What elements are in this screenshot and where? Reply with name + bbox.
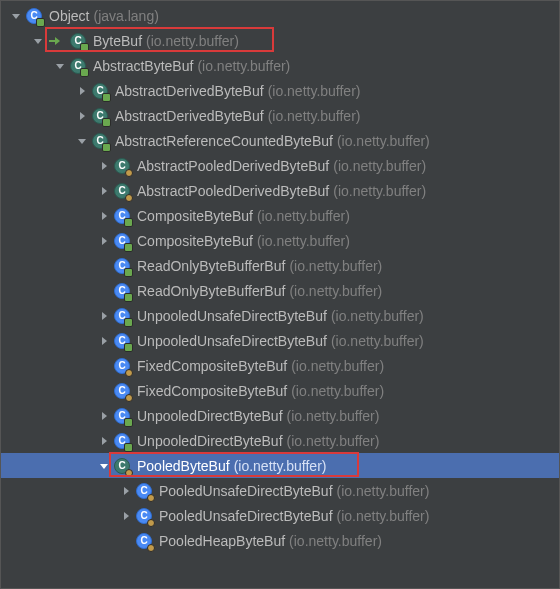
package-label: (io.netty.buffer) bbox=[289, 283, 382, 299]
class-icon: C bbox=[135, 507, 153, 525]
package-label: (io.netty.buffer) bbox=[291, 358, 384, 374]
class-name: PooledUnsafeDirectByteBuf bbox=[159, 508, 333, 524]
class-icon: C bbox=[135, 482, 153, 500]
class-hierarchy-tree[interactable]: CObject(java.lang)CByteBuf(io.netty.buff… bbox=[1, 1, 559, 553]
lock-badge-icon bbox=[80, 68, 89, 77]
package-private-badge-icon bbox=[125, 469, 133, 477]
lock-badge-icon bbox=[124, 443, 133, 452]
tree-row[interactable]: CCompositeByteBuf(io.netty.buffer) bbox=[1, 203, 559, 228]
lock-badge-icon bbox=[124, 218, 133, 227]
class-icon: C bbox=[113, 207, 131, 225]
abstract-class-icon: C bbox=[91, 82, 109, 100]
tree-row[interactable]: CByteBuf(io.netty.buffer) bbox=[1, 28, 559, 53]
lock-badge-icon bbox=[102, 93, 111, 102]
tree-row[interactable]: CReadOnlyByteBufferBuf(io.netty.buffer) bbox=[1, 253, 559, 278]
tree-row[interactable]: CPooledUnsafeDirectByteBuf(io.netty.buff… bbox=[1, 478, 559, 503]
class-name: PooledUnsafeDirectByteBuf bbox=[159, 483, 333, 499]
package-label: (io.netty.buffer) bbox=[337, 508, 430, 524]
package-label: (io.netty.buffer) bbox=[337, 133, 430, 149]
tree-row[interactable]: CFixedCompositeByteBuf(io.netty.buffer) bbox=[1, 378, 559, 403]
abstract-class-icon: C bbox=[91, 107, 109, 125]
package-label: (io.netty.buffer) bbox=[234, 458, 327, 474]
lock-badge-icon bbox=[124, 343, 133, 352]
tree-row[interactable]: CUnpooledDirectByteBuf(io.netty.buffer) bbox=[1, 428, 559, 453]
package-label: (io.netty.buffer) bbox=[289, 258, 382, 274]
tree-arrow-none bbox=[97, 359, 111, 373]
class-icon: C bbox=[113, 357, 131, 375]
class-icon: C bbox=[113, 232, 131, 250]
tree-arrow-right-icon[interactable] bbox=[97, 409, 111, 423]
package-label: (io.netty.buffer) bbox=[331, 333, 424, 349]
package-private-badge-icon bbox=[147, 519, 155, 527]
tree-row[interactable]: CPooledUnsafeDirectByteBuf(io.netty.buff… bbox=[1, 503, 559, 528]
tree-arrow-right-icon[interactable] bbox=[119, 484, 133, 498]
package-label: (io.netty.buffer) bbox=[337, 483, 430, 499]
tree-row[interactable]: CAbstractDerivedByteBuf(io.netty.buffer) bbox=[1, 103, 559, 128]
class-icon: C bbox=[25, 7, 43, 25]
abstract-class-icon: C bbox=[69, 57, 87, 75]
tree-arrow-right-icon[interactable] bbox=[75, 84, 89, 98]
package-private-badge-icon bbox=[147, 544, 155, 552]
tree-row[interactable]: CFixedCompositeByteBuf(io.netty.buffer) bbox=[1, 353, 559, 378]
tree-arrow-right-icon[interactable] bbox=[97, 159, 111, 173]
tree-arrow-down-icon[interactable] bbox=[97, 459, 111, 473]
tree-row[interactable]: CUnpooledDirectByteBuf(io.netty.buffer) bbox=[1, 403, 559, 428]
class-name: AbstractDerivedByteBuf bbox=[115, 83, 264, 99]
package-private-badge-icon bbox=[147, 494, 155, 502]
tree-arrow-down-icon[interactable] bbox=[53, 59, 67, 73]
lock-badge-icon bbox=[102, 143, 111, 152]
class-name: ReadOnlyByteBufferBuf bbox=[137, 258, 285, 274]
tree-row[interactable]: CCompositeByteBuf(io.netty.buffer) bbox=[1, 228, 559, 253]
tree-arrow-right-icon[interactable] bbox=[119, 509, 133, 523]
tree-row[interactable]: CAbstractPooledDerivedByteBuf(io.netty.b… bbox=[1, 153, 559, 178]
tree-arrow-right-icon[interactable] bbox=[97, 334, 111, 348]
tree-arrow-right-icon[interactable] bbox=[97, 309, 111, 323]
tree-arrow-right-icon[interactable] bbox=[97, 209, 111, 223]
lock-badge-icon bbox=[102, 118, 111, 127]
tree-arrow-right-icon[interactable] bbox=[97, 184, 111, 198]
tree-row[interactable]: CReadOnlyByteBufferBuf(io.netty.buffer) bbox=[1, 278, 559, 303]
class-name: UnpooledDirectByteBuf bbox=[137, 408, 283, 424]
tree-row[interactable]: CPooledHeapByteBuf(io.netty.buffer) bbox=[1, 528, 559, 553]
tree-row[interactable]: CAbstractReferenceCountedByteBuf(io.nett… bbox=[1, 128, 559, 153]
tree-row[interactable]: CAbstractPooledDerivedByteBuf(io.netty.b… bbox=[1, 178, 559, 203]
class-name: UnpooledUnsafeDirectByteBuf bbox=[137, 308, 327, 324]
class-name: FixedCompositeByteBuf bbox=[137, 358, 287, 374]
tree-arrow-down-icon[interactable] bbox=[75, 134, 89, 148]
class-icon: C bbox=[113, 307, 131, 325]
tree-arrow-right-icon[interactable] bbox=[97, 234, 111, 248]
lock-badge-icon bbox=[124, 293, 133, 302]
tree-row[interactable]: CUnpooledUnsafeDirectByteBuf(io.netty.bu… bbox=[1, 303, 559, 328]
tree-row[interactable]: CAbstractDerivedByteBuf(io.netty.buffer) bbox=[1, 78, 559, 103]
class-name: AbstractReferenceCountedByteBuf bbox=[115, 133, 333, 149]
class-name: ByteBuf bbox=[93, 33, 142, 49]
class-name: CompositeByteBuf bbox=[137, 233, 253, 249]
class-icon: C bbox=[113, 432, 131, 450]
lock-badge-icon bbox=[124, 418, 133, 427]
package-label: (io.netty.buffer) bbox=[257, 208, 350, 224]
tree-row[interactable]: CObject(java.lang) bbox=[1, 3, 559, 28]
package-label: (io.netty.buffer) bbox=[289, 533, 382, 549]
tree-arrow-down-icon[interactable] bbox=[31, 34, 45, 48]
package-label: (io.netty.buffer) bbox=[287, 433, 380, 449]
class-name: AbstractDerivedByteBuf bbox=[115, 108, 264, 124]
package-private-badge-icon bbox=[125, 194, 133, 202]
navigate-arrow-icon bbox=[47, 33, 63, 49]
tree-arrow-right-icon[interactable] bbox=[75, 109, 89, 123]
tree-arrow-down-icon[interactable] bbox=[9, 9, 23, 23]
tree-row[interactable]: CPooledByteBuf(io.netty.buffer) bbox=[1, 453, 559, 478]
class-name: AbstractPooledDerivedByteBuf bbox=[137, 158, 329, 174]
abstract-class-icon: C bbox=[113, 182, 131, 200]
abstract-class-icon: C bbox=[113, 457, 131, 475]
tree-arrow-none bbox=[97, 284, 111, 298]
tree-row[interactable]: CAbstractByteBuf(io.netty.buffer) bbox=[1, 53, 559, 78]
class-name: Object bbox=[49, 8, 89, 24]
tree-row[interactable]: CUnpooledUnsafeDirectByteBuf(io.netty.bu… bbox=[1, 328, 559, 353]
class-name: PooledByteBuf bbox=[137, 458, 230, 474]
tree-arrow-none bbox=[97, 259, 111, 273]
class-icon: C bbox=[113, 332, 131, 350]
class-name: AbstractByteBuf bbox=[93, 58, 193, 74]
package-label: (io.netty.buffer) bbox=[146, 33, 239, 49]
package-label: (io.netty.buffer) bbox=[287, 408, 380, 424]
tree-arrow-right-icon[interactable] bbox=[97, 434, 111, 448]
